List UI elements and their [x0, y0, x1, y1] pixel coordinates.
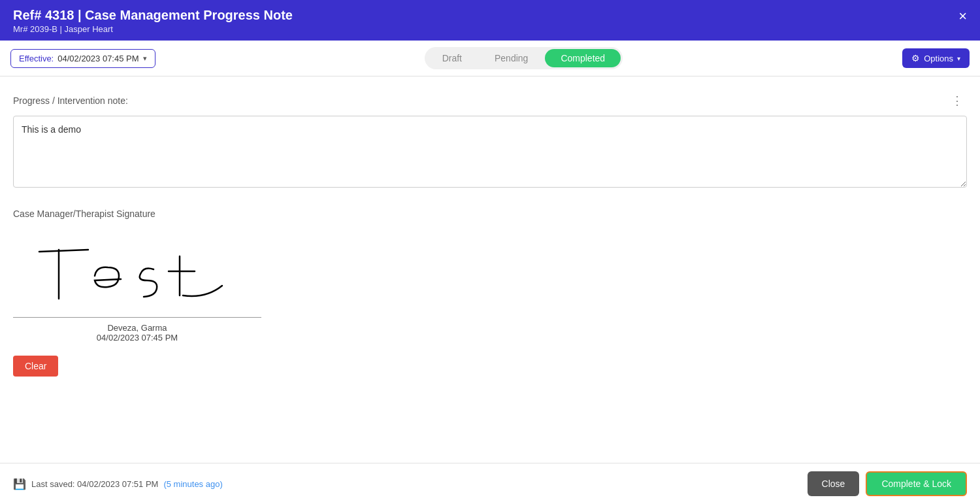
more-options-icon[interactable]: ⋮	[947, 92, 967, 109]
modal-close-button[interactable]: ×	[958, 9, 967, 24]
signature-image	[13, 227, 261, 312]
chevron-down-icon: ▾	[957, 55, 960, 62]
modal-title: Ref# 4318 | Case Management Progress Not…	[13, 8, 967, 23]
signer-name: Deveza, Garma	[13, 323, 261, 333]
modal-subtitle: Mr# 2039-B | Jasper Heart	[13, 24, 967, 34]
options-label: Options	[924, 54, 953, 63]
effective-date-value: 04/02/2023 07:45 PM	[57, 54, 139, 63]
chevron-down-icon: ▾	[143, 54, 147, 63]
note-section-header: Progress / Intervention note: ⋮	[13, 92, 967, 109]
signature-box	[13, 227, 261, 318]
signature-section-label: Case Manager/Therapist Signature	[13, 209, 967, 219]
options-button[interactable]: ⚙ Options ▾	[902, 48, 970, 68]
clear-signature-button[interactable]: Clear	[13, 356, 58, 377]
toolbar: Effective: 04/02/2023 07:45 PM ▾ Draft P…	[0, 41, 980, 76]
status-tabs: Draft Pending Completed	[425, 47, 623, 69]
main-content: Progress / Intervention note: ⋮ This is …	[0, 76, 980, 392]
effective-date-button[interactable]: Effective: 04/02/2023 07:45 PM ▾	[10, 49, 155, 68]
gear-icon: ⚙	[911, 53, 920, 63]
tab-pending[interactable]: Pending	[479, 49, 544, 67]
signer-date: 04/02/2023 07:45 PM	[13, 333, 261, 343]
tab-completed[interactable]: Completed	[545, 49, 621, 67]
note-section-label: Progress / Intervention note:	[13, 95, 128, 106]
effective-label: Effective:	[19, 54, 54, 63]
modal-header: Ref# 4318 | Case Management Progress Not…	[0, 0, 980, 41]
note-textarea[interactable]: This is a demo	[13, 116, 967, 188]
tab-draft[interactable]: Draft	[427, 49, 478, 67]
